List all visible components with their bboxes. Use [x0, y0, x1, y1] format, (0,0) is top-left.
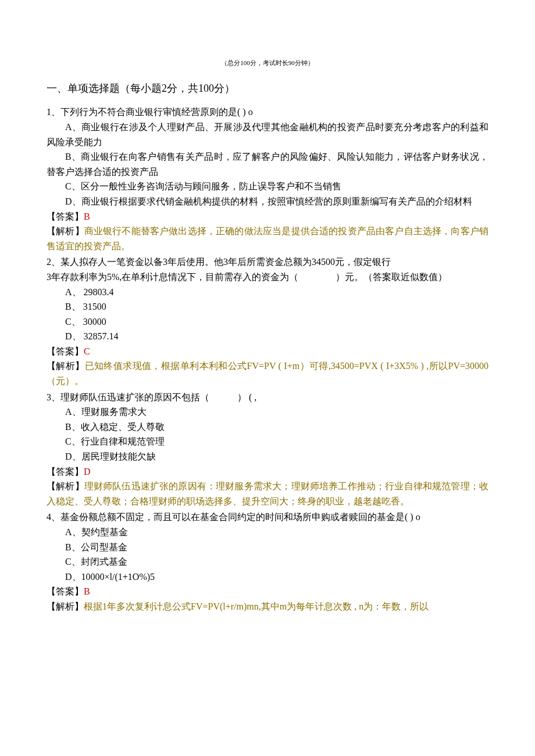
q2-option-a: A、 29803.4: [47, 285, 488, 300]
q2-stem-1: 2、某人拟存人一笔资金以备3年后使用。他3年后所需资金总额为34500元，假定银…: [47, 255, 488, 270]
q2-option-b: B、 31500: [47, 299, 488, 314]
q1-stem: 1、下列行为不符合商业银行审慎经营原则的是( ) o: [47, 105, 488, 120]
question-4: 4、基金份额总额不固定，而且可以在基金合同约定的时间和场所申购或者赎回的基金是(…: [47, 510, 488, 614]
analysis-label: 【解析】: [47, 481, 84, 491]
analysis-label: 【解析】: [47, 361, 85, 371]
answer-label: 【答案】: [47, 212, 84, 221]
q1-analysis: 【解析】商业银行不能替客户做出选择，正确的做法应当是提供合适的投资产品由客户自主…: [47, 224, 488, 253]
q4-option-d: D、10000×l/(1+1O%)5: [47, 569, 488, 585]
q3-option-a: A、理财服务需求大: [47, 404, 488, 420]
section-header: 一、单项选择题（每小题2分，共100分）: [47, 80, 488, 97]
q4-analysis: 【解析】根据1年多次复利计息公式FV=PV(l+r/m)mn,其中m为每年计息次…: [47, 599, 488, 614]
answer-label: 【答案】: [47, 346, 84, 356]
answer-value: B: [84, 212, 90, 221]
q1-answer: 【答案】B: [47, 209, 488, 224]
exam-info: （总分100分，考试时长90分钟）: [47, 58, 488, 69]
q2-option-d: D、 32857.14: [47, 329, 488, 344]
q4-answer: 【答案】B: [47, 584, 488, 599]
q1-option-c: C、区分一般性业务咨询活动与顾问服务，防止误导客户和不当销售: [47, 179, 488, 194]
q3-answer: 【答案】D: [47, 464, 488, 479]
q2-analysis: 【解析】已知终值求现值，根据单利本利和公式FV=PV ( I+m）可得,3450…: [47, 359, 488, 388]
q2-answer: 【答案】C: [47, 344, 488, 359]
question-2: 2、某人拟存人一笔资金以备3年后使用。他3年后所需资金总额为34500元，假定银…: [47, 255, 488, 388]
analysis-text: 理财师队伍迅速扩张的原因有：理财服务需求大；理财师培养工作推动；行业自律和规范管…: [47, 481, 488, 506]
question-1: 1、下列行为不符合商业银行审慎经营原则的是( ) o A、商业银行在涉及个人理财…: [47, 105, 488, 253]
analysis-text: 根据1年多次复利计息公式FV=PV(l+r/m)mn,其中m为每年计息次数 , …: [84, 601, 429, 611]
q2-option-c: C、 30000: [47, 314, 488, 329]
answer-label: 【答案】: [47, 586, 84, 596]
analysis-text: 商业银行不能替客户做出选择，正确的做法应当是提供合适的投资产品由客户自主选择，向…: [47, 226, 488, 251]
q4-stem: 4、基金份额总额不固定，而且可以在基金合同约定的时间和场所申购或者赎回的基金是(…: [47, 510, 488, 525]
q1-option-b: B、商业银行在向客户销售有关产品时，应了解客户的风险偏好、风险认知能力，评估客户…: [47, 149, 488, 179]
analysis-label: 【解析】: [47, 601, 84, 611]
q3-option-b: B、收入稳定、受人尊敬: [47, 420, 488, 435]
question-3: 3、理财师队伍迅速扩张的原因不包括（ ） ( , A、理财服务需求大 B、收入稳…: [47, 390, 488, 509]
answer-value: D: [84, 467, 91, 476]
q1-option-d: D、商业银行根据要求代销金融机构提供的材料，按照审慎经营的原则重新编写有关产品的…: [47, 194, 488, 209]
answer-label: 【答案】: [47, 467, 84, 476]
q1-option-a: A、商业银行在涉及个人理财产品、开展涉及代理其他金融机构的投资产品时要充分考虑客…: [47, 120, 488, 149]
q3-option-d: D、居民理财技能欠缺: [47, 449, 488, 464]
q4-option-b: B、公司型基金: [47, 540, 488, 555]
q3-analysis: 【解析】理财师队伍迅速扩张的原因有：理财服务需求大；理财师培养工作推动；行业自律…: [47, 479, 488, 508]
answer-value: C: [84, 346, 90, 356]
q4-option-a: A、契约型基金: [47, 525, 488, 540]
analysis-label: 【解析】: [47, 226, 84, 236]
q3-option-c: C、行业自律和规范管理: [47, 434, 488, 449]
q3-stem: 3、理财师队伍迅速扩张的原因不包括（ ） ( ,: [47, 390, 488, 405]
q4-option-c: C、封闭式基金: [47, 554, 488, 569]
q2-stem-2: 3年存款利率为5%,在单利计息情况下，目前需存入的资金为（ ）元。（答案取近似数…: [47, 270, 488, 285]
answer-value: B: [84, 586, 90, 596]
analysis-text: 已知终值求现值，根据单利本利和公式FV=PV ( I+m）可得,34500=PV…: [47, 361, 488, 386]
